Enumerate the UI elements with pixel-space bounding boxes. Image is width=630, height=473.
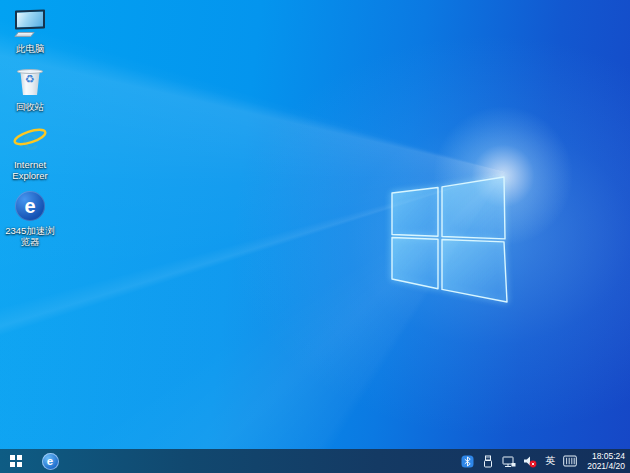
- bluetooth-icon: [461, 455, 474, 468]
- system-tray: 英 18:05:24 2021/4/20: [460, 449, 630, 473]
- clock-time: 18:05:24: [592, 451, 625, 461]
- desktop-icon-internet-explorer[interactable]: e Internet Explorer: [1, 124, 59, 181]
- keyboard-shape: [14, 32, 35, 37]
- icon-label-ie-line1: Internet: [14, 159, 46, 170]
- desktop-icon-recycle-bin[interactable]: ♻ 回收站: [1, 66, 59, 112]
- recycle-symbol: ♻: [13, 74, 47, 85]
- browser-e-icon: e: [42, 453, 59, 470]
- icon-label-ie-line2: Explorer: [12, 170, 47, 181]
- desktop-icon-this-pc[interactable]: 此电脑: [1, 8, 59, 54]
- windows-logo-wallpaper: [0, 0, 630, 449]
- clock-date: 2021/4/20: [587, 461, 625, 471]
- internet-explorer-icon: e: [13, 124, 47, 156]
- desktop-icon-2345-browser[interactable]: e 2345加速浏 览器: [1, 190, 59, 247]
- taskbar-clock[interactable]: 18:05:24 2021/4/20: [584, 451, 625, 471]
- usb-device-tray-button[interactable]: [481, 449, 495, 473]
- ime-language-indicator[interactable]: 英: [544, 449, 556, 473]
- network-tray-button[interactable]: [502, 449, 516, 473]
- start-button[interactable]: [0, 449, 32, 473]
- icon-label-this-pc: 此电脑: [16, 43, 45, 54]
- volume-muted-tray-button[interactable]: [523, 449, 537, 473]
- volume-muted-icon: [523, 455, 537, 468]
- windows-desktop-screen: 此电脑 ♻ 回收站 e Internet Explorer e: [0, 0, 630, 473]
- taskbar-pinned-2345-browser[interactable]: e: [36, 449, 64, 473]
- touch-keyboard-tray-button[interactable]: [563, 449, 577, 473]
- icon-label-recycle-bin: 回收站: [16, 101, 45, 112]
- 2345-browser-icon: e: [13, 190, 47, 222]
- taskbar: e: [0, 449, 630, 473]
- bluetooth-tray-button[interactable]: [460, 449, 474, 473]
- this-pc-icon: [13, 8, 47, 40]
- icon-label-2345-line1: 2345加速浏: [5, 225, 55, 236]
- usb-icon: [482, 455, 494, 468]
- windows-start-icon: [10, 455, 22, 467]
- touch-keyboard-icon: [563, 455, 577, 467]
- browser-e-glyph: e: [15, 191, 45, 221]
- icon-label-2345-line2: 览器: [21, 236, 40, 247]
- desktop-background[interactable]: 此电脑 ♻ 回收站 e Internet Explorer e: [0, 0, 630, 473]
- monitor-screen-shape: [15, 9, 45, 29]
- recycle-bin-icon: ♻: [13, 66, 47, 98]
- network-icon: [502, 455, 516, 468]
